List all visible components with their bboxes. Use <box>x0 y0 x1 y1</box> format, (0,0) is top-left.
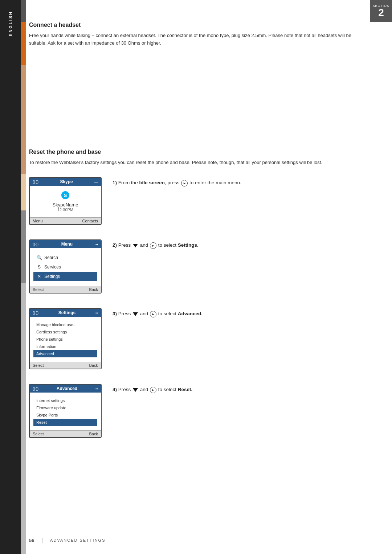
reset-title: Reset the phone and base <box>29 149 367 155</box>
cs-gray-light <box>21 283 26 554</box>
down-arrow-icon <box>133 388 138 392</box>
battery-icon: — <box>94 180 98 184</box>
phone-footer-left[interactable]: Menu <box>33 219 43 223</box>
menu-list-item: SServices <box>33 262 97 272</box>
main-content: Connect a headset Free your hands while … <box>29 0 367 474</box>
phone-footer-1: MenuContacts <box>30 217 101 224</box>
sidebar-language-label: ENGLISH <box>8 11 13 36</box>
settings-list: Internet settingsFirmware updateSkype Po… <box>33 395 97 427</box>
connect-headset-body: Free your hands while talking – connect … <box>29 32 367 47</box>
skype-logo-area: S <box>33 191 97 199</box>
phone-body-2: 🔍SearchSServices✕Settings <box>30 248 101 286</box>
settings-list-item: Manage blocked use... <box>33 321 97 328</box>
down-arrow-icon <box>133 312 138 316</box>
section-number: 2 <box>378 8 384 18</box>
step-bold-label: Advanced. <box>178 311 203 316</box>
menu-list: 🔍SearchSServices✕Settings <box>33 251 97 283</box>
step-bold-label: Settings. <box>178 242 199 248</box>
battery-icon: ▪▪ <box>95 387 98 391</box>
signal-icon: ((·)) <box>33 180 38 184</box>
section-badge: SECTION 2 <box>370 0 392 22</box>
settings-list-item: Advanced <box>33 350 97 357</box>
menu-list-item: ✕Settings <box>33 272 97 281</box>
menu-list-item: 🔍Search <box>33 253 97 262</box>
menu-item-label: Services <box>44 264 61 270</box>
reset-section: Reset the phone and base To restore the … <box>29 149 367 438</box>
step-desc-1: 1) From the Idle screen, press ► to ente… <box>113 177 367 187</box>
signal-icon: ((·)) <box>33 387 38 391</box>
cs-gray-dark <box>21 0 26 22</box>
footer-label: ADVANCED SETTINGS <box>50 538 105 542</box>
menu-item-icon: S <box>36 264 42 270</box>
phone-footer-left[interactable]: Select <box>33 363 44 368</box>
phone-header-3: ((·))Settings▪▪ <box>30 309 101 317</box>
step-desc-4: 4) Press and ► to select Reset. <box>113 384 367 394</box>
settings-list-item: Information <box>33 343 97 350</box>
step-number: 1) <box>113 180 118 185</box>
phone-footer-right[interactable]: Back <box>89 432 98 436</box>
signal-icon: ((·)) <box>33 242 38 246</box>
step-row-3: ((·))Settings▪▪Manage blocked use...Cord… <box>29 308 367 369</box>
menu-item-icon: ✕ <box>36 274 42 279</box>
phone-screen-2: ((·))Menu▪▪🔍SearchSServices✕SettingsSele… <box>29 239 102 294</box>
page-footer: 56 | ADVANCED SETTINGS <box>29 537 367 543</box>
phone-screen-title: Skype <box>60 179 73 184</box>
skype-icon: S <box>61 191 69 199</box>
settings-list-item: Firmware update <box>33 404 97 411</box>
settings-list: Manage blocked use...Cordless settingsPh… <box>33 320 97 359</box>
cs-gray-mid <box>21 210 26 283</box>
step-row-1: ((·))Skype—SSkypeName12:30PMMenuContacts… <box>29 177 367 225</box>
settings-list-item: Skype Ports <box>33 411 97 419</box>
battery-icon: ▪▪ <box>95 311 98 315</box>
phone-header-4: ((·))Advanced▪▪ <box>30 385 101 393</box>
settings-list-item: Phone settings <box>33 336 97 343</box>
phone-footer-left[interactable]: Select <box>33 287 44 292</box>
step-bold-text: Idle screen <box>139 180 165 185</box>
nav-button-icon: ► <box>150 311 156 317</box>
battery-icon: ▪▪ <box>95 242 98 246</box>
footer-separator: | <box>41 537 43 543</box>
phone-footer-2: SelectBack <box>30 286 101 293</box>
phone-footer-right[interactable]: Back <box>89 363 98 368</box>
phone-screen-title: Advanced <box>57 386 77 391</box>
step-desc-3: 3) Press and ► to select Advanced. <box>113 308 367 318</box>
phone-header-1: ((·))Skype— <box>30 178 101 186</box>
step-number: 3) <box>113 311 118 316</box>
signal-icon: ((·)) <box>33 311 38 315</box>
step-row-4: ((·))Advanced▪▪Internet settingsFirmware… <box>29 384 367 438</box>
steps-area: ((·))Skype—SSkypeName12:30PMMenuContacts… <box>29 177 367 438</box>
phone-screen-title: Menu <box>61 242 73 247</box>
settings-list-item: Reset <box>33 419 97 426</box>
nav-button-icon: ► <box>181 180 188 186</box>
menu-item-label: Search <box>44 255 58 260</box>
step-number: 4) <box>113 387 118 392</box>
step-row-2: ((·))Menu▪▪🔍SearchSServices✕SettingsSele… <box>29 239 367 294</box>
phone-screen-3: ((·))Settings▪▪Manage blocked use...Cord… <box>29 308 102 369</box>
phone-screen-4: ((·))Advanced▪▪Internet settingsFirmware… <box>29 384 102 438</box>
phone-screen-title: Settings <box>58 310 75 315</box>
phone-footer-3: SelectBack <box>30 362 101 369</box>
phone-body-4: Internet settingsFirmware updateSkype Po… <box>30 393 101 430</box>
settings-list-item: Cordless settings <box>33 328 97 336</box>
skype-time: 12:30PM <box>33 208 97 212</box>
step-number: 2) <box>113 242 118 248</box>
menu-item-icon: 🔍 <box>36 255 42 260</box>
phone-screen-1: ((·))Skype—SSkypeName12:30PMMenuContacts <box>29 177 102 225</box>
step-bold-label: Reset. <box>178 387 193 392</box>
reset-body: To restore the Webtalker's factory setti… <box>29 159 367 167</box>
phone-body-1: SSkypeName12:30PM <box>30 186 101 217</box>
phone-header-2: ((·))Menu▪▪ <box>30 240 101 248</box>
phone-footer-right[interactable]: Contacts <box>82 219 98 223</box>
connect-headset-title: Connect a headset <box>29 22 367 28</box>
skype-name: SkypeName <box>33 202 97 208</box>
cs-orange <box>21 22 26 65</box>
nav-button-icon: ► <box>150 242 156 249</box>
nav-button-icon: ► <box>150 387 156 393</box>
down-arrow-icon <box>133 244 138 247</box>
page-number: 56 <box>29 538 34 543</box>
cs-light <box>21 174 26 210</box>
settings-list-item: Internet settings <box>33 397 97 404</box>
phone-footer-right[interactable]: Back <box>89 287 98 292</box>
sidebar: ENGLISH <box>0 0 21 554</box>
phone-footer-left[interactable]: Select <box>33 432 44 436</box>
